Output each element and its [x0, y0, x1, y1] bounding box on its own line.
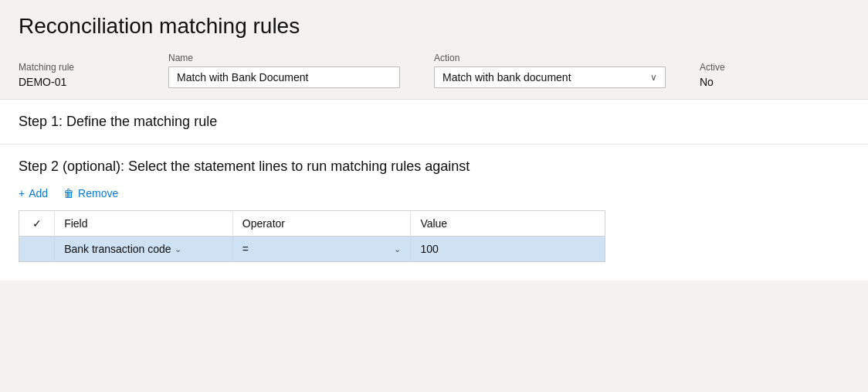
- value-text: 100: [420, 243, 438, 255]
- main-content: Step 1: Define the matching rule Step 2 …: [0, 100, 868, 281]
- action-label: Action: [434, 53, 681, 63]
- row-operator-cell[interactable]: = ⌄: [232, 237, 411, 262]
- page-title: Reconciliation matching rules: [0, 0, 868, 49]
- table-row: Bank transaction code ⌄ = ⌄ 100: [19, 237, 605, 262]
- row-check-cell[interactable]: [19, 237, 55, 262]
- col-value: Value: [411, 211, 605, 237]
- toolbar: + Add 🗑 Remove: [19, 187, 849, 199]
- action-dropdown-value: Match with bank document: [442, 71, 571, 84]
- row-value-cell[interactable]: 100: [411, 237, 605, 262]
- step1-section: Step 1: Define the matching rule: [0, 100, 868, 145]
- add-button[interactable]: + Add: [19, 187, 48, 199]
- active-label: Active: [700, 62, 761, 73]
- remove-icon: 🗑: [63, 187, 74, 199]
- add-icon: +: [19, 187, 25, 199]
- table-header-row: ✓ Field Operator Value: [19, 211, 605, 237]
- remove-label: Remove: [78, 187, 118, 199]
- matching-rule-col: Matching rule DEMO-01: [19, 62, 150, 88]
- remove-button[interactable]: 🗑 Remove: [63, 187, 118, 199]
- operator-value: =: [242, 243, 249, 255]
- name-label: Name: [168, 53, 415, 63]
- col-field: Field: [55, 211, 233, 237]
- matching-rule-value: DEMO-01: [19, 76, 150, 88]
- step2-title: Step 2 (optional): Select the statement …: [19, 159, 849, 175]
- matching-rule-label: Matching rule: [19, 62, 150, 73]
- action-col: Action Match with bank document ∨: [434, 53, 681, 88]
- field-chevron-icon: ⌄: [175, 244, 181, 254]
- col-check: ✓: [19, 211, 55, 237]
- col-operator: Operator: [232, 211, 411, 237]
- action-chevron-icon: ∨: [650, 72, 657, 83]
- active-col: Active No: [700, 62, 761, 88]
- conditions-table: ✓ Field Operator Value Bank transaction …: [19, 210, 605, 262]
- add-label: Add: [29, 187, 48, 199]
- operator-dropdown[interactable]: = ⌄: [242, 243, 402, 255]
- action-dropdown[interactable]: Match with bank document ∨: [434, 66, 666, 88]
- name-input[interactable]: [168, 66, 400, 88]
- operator-chevron-icon: ⌄: [394, 244, 401, 254]
- field-value: Bank transaction code: [64, 243, 171, 255]
- field-dropdown[interactable]: Bank transaction code ⌄: [64, 243, 223, 255]
- step2-section: Step 2 (optional): Select the statement …: [0, 145, 868, 281]
- row-field-cell[interactable]: Bank transaction code ⌄: [55, 237, 233, 262]
- header-row: Matching rule DEMO-01 Name Action Match …: [0, 49, 868, 100]
- step1-title: Step 1: Define the matching rule: [19, 114, 217, 129]
- active-value: No: [700, 76, 761, 88]
- name-col: Name: [168, 53, 415, 88]
- checkmark-icon: ✓: [32, 217, 42, 230]
